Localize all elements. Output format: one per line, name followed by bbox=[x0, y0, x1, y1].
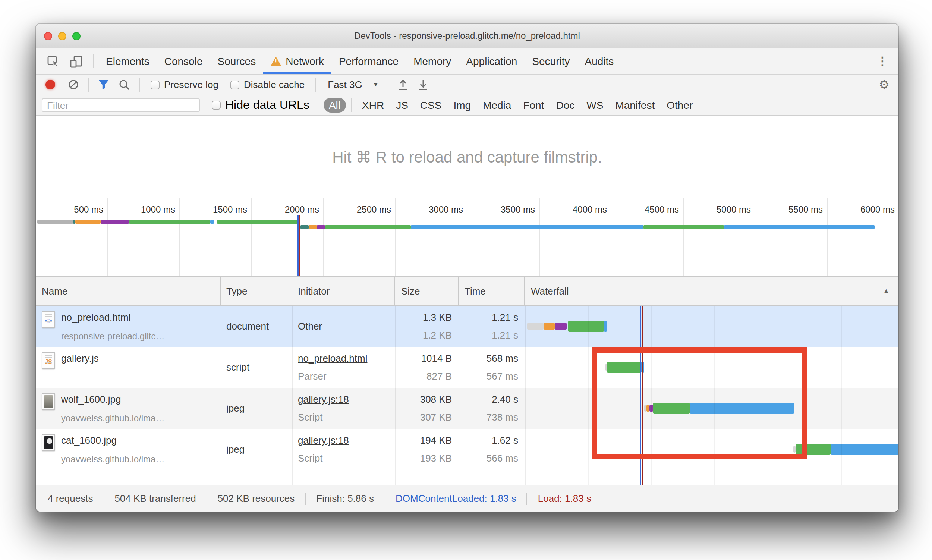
requests-table-header: Name Type Initiator Size Time Waterfall … bbox=[36, 277, 898, 306]
type-filter-other[interactable]: Other bbox=[661, 98, 698, 112]
divider bbox=[93, 54, 94, 68]
tab-sources[interactable]: Sources bbox=[210, 48, 263, 74]
type-filter-js[interactable]: JS bbox=[391, 98, 414, 112]
minimize-window-button[interactable] bbox=[58, 32, 66, 40]
throttling-select[interactable]: Fast 3G ▼ bbox=[328, 79, 378, 90]
tab-label: Sources bbox=[217, 55, 256, 67]
tab-console[interactable]: Console bbox=[157, 48, 210, 74]
export-har-button[interactable] bbox=[413, 78, 433, 91]
type-filter-font[interactable]: Font bbox=[518, 98, 549, 112]
thumbnail-image bbox=[44, 395, 53, 408]
overview-segment bbox=[411, 225, 643, 229]
initiator-link[interactable]: no_preload.html bbox=[298, 353, 395, 364]
close-window-button[interactable] bbox=[44, 32, 52, 40]
settings-gear-icon[interactable]: ⚙ bbox=[879, 78, 889, 92]
tab-label: Network bbox=[286, 55, 324, 67]
request-domain: yoavweiss.github.io/ima… bbox=[61, 454, 165, 465]
type-filter-xhr[interactable]: XHR bbox=[357, 98, 389, 112]
column-header-waterfall[interactable]: Waterfall ▲ bbox=[525, 277, 898, 305]
overview-segment bbox=[217, 220, 298, 224]
record-network-log-button[interactable] bbox=[46, 80, 55, 89]
name-text: cat_1600.jpgyoavweiss.github.io/ima… bbox=[61, 433, 165, 470]
clear-icon bbox=[68, 79, 79, 90]
size-sub-value: 307 KB bbox=[420, 412, 452, 423]
tab-security[interactable]: Security bbox=[524, 48, 577, 74]
more-options-menu-icon[interactable]: ⋮ bbox=[871, 54, 894, 68]
request-name: gallery.js bbox=[61, 353, 99, 365]
tab-elements[interactable]: Elements bbox=[98, 48, 157, 74]
waterfall-segment bbox=[555, 323, 567, 329]
waterfall-segment bbox=[604, 321, 607, 332]
time-value: 568 ms bbox=[486, 353, 518, 364]
type-filter-media[interactable]: Media bbox=[478, 98, 516, 112]
tab-label: Elements bbox=[106, 55, 149, 67]
column-header-size[interactable]: Size bbox=[395, 277, 458, 305]
network-status-bar: 4 requests504 KB transferred502 KB resou… bbox=[36, 485, 898, 512]
tab-audits[interactable]: Audits bbox=[577, 48, 621, 74]
device-toolbar-button[interactable] bbox=[65, 48, 89, 74]
request-name: no_preload.html bbox=[61, 312, 165, 324]
type-filter-all[interactable]: All bbox=[324, 98, 346, 112]
size-value: 308 KB bbox=[420, 394, 452, 405]
type-value: jpeg bbox=[226, 444, 245, 455]
column-header-time[interactable]: Time bbox=[458, 277, 525, 305]
waterfall-gridline bbox=[841, 306, 841, 485]
name-text: wolf_1600.jpgyoavweiss.github.io/ima… bbox=[61, 392, 165, 429]
overview-segment bbox=[317, 225, 326, 229]
tab-application[interactable]: Application bbox=[458, 48, 524, 74]
type-cell: jpeg bbox=[220, 388, 292, 429]
initiator-cell: Other bbox=[292, 306, 395, 347]
status-item: DOMContentLoaded: 1.83 s bbox=[385, 493, 527, 504]
type-filter-ws[interactable]: WS bbox=[581, 98, 608, 112]
zoom-window-button[interactable] bbox=[72, 32, 80, 40]
checkbox-box bbox=[212, 101, 221, 109]
initiator-cell: no_preload.htmlParser bbox=[292, 347, 395, 388]
hide-data-urls-checkbox[interactable]: Hide data URLs bbox=[212, 98, 309, 112]
filter-input[interactable] bbox=[42, 98, 200, 112]
column-divider bbox=[458, 306, 459, 485]
type-filter-img[interactable]: Img bbox=[448, 98, 476, 112]
domcontentloaded-line bbox=[298, 215, 299, 276]
initiator-link[interactable]: gallery.js:18 bbox=[298, 435, 395, 446]
tab-performance[interactable]: Performance bbox=[331, 48, 406, 74]
table-row[interactable]: <>no_preload.htmlresponsive-preload.glit… bbox=[36, 306, 898, 347]
column-header-initiator[interactable]: Initiator bbox=[292, 277, 395, 305]
overview-segment bbox=[300, 225, 309, 229]
size-value: 194 KB bbox=[420, 435, 452, 446]
search-button[interactable] bbox=[114, 78, 135, 91]
type-filter-doc[interactable]: Doc bbox=[551, 98, 580, 112]
overview-segment bbox=[309, 225, 317, 229]
devtools-window: DevTools - responsive-preload.glitch.me/… bbox=[36, 24, 898, 512]
network-overview-timeline[interactable]: 500 ms1000 ms1500 ms2000 ms2500 ms3000 m… bbox=[36, 198, 898, 277]
initiator-cell: gallery.js:18Script bbox=[292, 429, 395, 470]
type-filter-manifest[interactable]: Manifest bbox=[610, 98, 660, 112]
tab-network[interactable]: !Network bbox=[263, 48, 331, 74]
overview-segment bbox=[643, 225, 724, 229]
name-cell: cat_1600.jpgyoavweiss.github.io/ima… bbox=[36, 429, 220, 470]
inspect-element-button[interactable] bbox=[42, 48, 65, 74]
size-sub-value: 827 B bbox=[426, 371, 452, 382]
overview-line bbox=[36, 225, 898, 229]
filter-toggle-button[interactable] bbox=[93, 79, 114, 90]
import-har-button[interactable] bbox=[393, 78, 413, 91]
clear-network-log-button[interactable] bbox=[63, 79, 83, 90]
waterfall-segment bbox=[544, 323, 555, 329]
type-filter-css[interactable]: CSS bbox=[415, 98, 447, 112]
overview-segment bbox=[100, 220, 129, 224]
throttling-value: Fast 3G bbox=[328, 79, 362, 90]
time-sub-value: 1.21 s bbox=[492, 329, 518, 341]
waterfall-segment bbox=[568, 321, 604, 332]
preserve-log-checkbox[interactable]: Preserve log bbox=[151, 79, 218, 90]
tab-memory[interactable]: Memory bbox=[406, 48, 458, 74]
column-header-type[interactable]: Type bbox=[220, 277, 292, 305]
column-divider bbox=[525, 306, 526, 485]
initiator-link[interactable]: gallery.js:18 bbox=[298, 394, 395, 405]
network-filter-bar: Hide data URLs AllXHRJSCSSImgMediaFontDo… bbox=[36, 95, 898, 115]
column-header-name[interactable]: Name bbox=[36, 277, 220, 305]
disable-cache-checkbox[interactable]: Disable cache bbox=[231, 79, 305, 90]
table-body: <>no_preload.htmlresponsive-preload.glit… bbox=[36, 306, 898, 485]
status-item: Finish: 5.86 s bbox=[306, 493, 384, 504]
inspect-cursor-icon bbox=[47, 55, 60, 68]
load-event-line bbox=[299, 215, 301, 276]
time-cell: 568 ms567 ms bbox=[458, 347, 525, 388]
